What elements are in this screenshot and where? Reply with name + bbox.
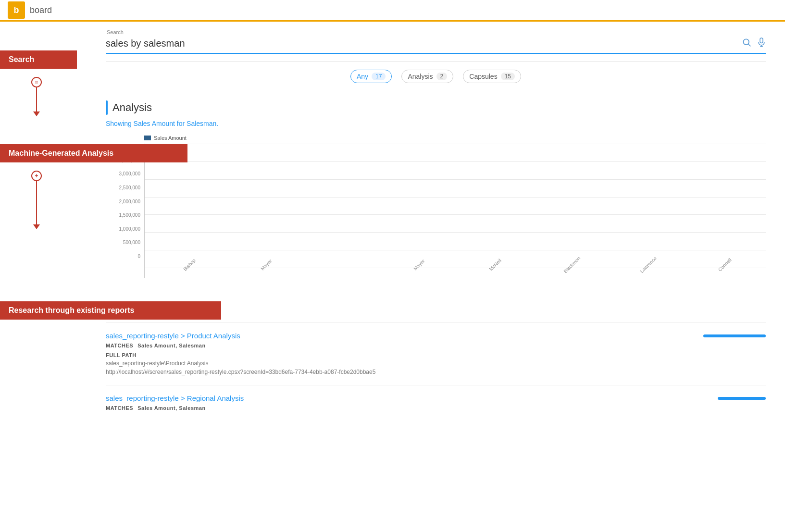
capsules-section: Capsules sales_reporting-restyle > Produ… [106,303,766,422]
tab-any-label: Any [357,73,368,80]
capsule-title-2: sales_reporting-restyle > Regional Analy… [106,394,766,402]
bar-label-mcneil: McNeil [488,258,502,272]
bar-label-mayer1: Mayer [260,258,273,271]
bar-col-bishop: Bishop [164,260,212,268]
tab-analysis-count: 2 [436,73,448,80]
tab-capsules-label: Capsules [469,73,497,80]
analysis-section-title: Analysis [112,101,152,114]
chart-inner: 4,000,000 3,500,000 3,000,000 2,500,000 … [106,144,766,278]
tab-analysis[interactable]: Analysis 2 [401,70,453,83]
capsule-title-1: sales_reporting-restyle > Product Analys… [106,332,766,340]
chart-container: Sales Amount 4,000,000 3,500,000 3,000,0… [106,135,766,289]
bar-label-connell: Connell [717,257,732,272]
voice-search-button[interactable] [757,37,766,50]
path-line2-1[interactable]: http://localhost/#/screen/sales_reportin… [106,368,766,376]
search-button[interactable] [742,37,751,49]
filter-tabs: Any 17 Analysis 2 Capsules 15 [106,62,766,91]
research-annotation: Research through existing reports [0,301,221,320]
logo-letter: b [14,5,19,15]
bar-col-mcneil: McNeil [470,260,518,268]
svg-point-0 [743,39,749,45]
analysis-section-header: Analysis [106,100,766,115]
logo-text: board [30,5,52,15]
right-content: Search [96,22,785,532]
tab-capsules[interactable]: Capsules 15 [463,70,521,83]
analysis-subtitle: Showing Sales Amount for Salesman. [106,120,766,127]
tab-capsules-count: 15 [501,73,515,80]
arrow-2: + [31,171,42,229]
capsule-item-1: sales_reporting-restyle > Product Analys… [106,322,766,385]
bar-label-mayer2: Mayer [412,258,425,271]
y-axis: 4,000,000 3,500,000 3,000,000 2,500,000 … [106,144,144,269]
capsule-title-text-2[interactable]: sales_reporting-restyle > Regional Analy… [106,394,244,402]
arrow-1: = [31,77,42,116]
search-icon [742,37,751,47]
tab-any-count: 17 [372,73,386,80]
fullpath-label-1: FULL PATH [106,352,766,358]
bar-col-unknown [317,265,365,268]
search-input[interactable] [106,38,742,49]
search-input-row [106,37,766,54]
arrow-tip-2 [33,224,40,229]
matches-label-2: MATCHES [106,405,133,411]
matches-label-1: MATCHES [106,343,133,348]
legend-label: Sales Amount [154,135,187,141]
matches-value-2: Sales Amount, Salesman [137,405,205,411]
section-bar [106,100,108,115]
arrow-tip-1 [33,111,40,116]
chart-legend: Sales Amount [144,135,766,141]
left-sidebar: Search = Machine-Generated Analysis + Re… [0,22,96,532]
logo-box: b [8,1,25,19]
bar-label-lawrence: Lawrence [639,256,657,274]
arrow-line-2 [36,181,37,224]
capsule-matches-1: MATCHES Sales Amount, Salesman [106,343,766,348]
search-annotation: Search [0,50,77,69]
bar-col-connell: Connell [699,260,747,268]
machine-analysis-annotation: Machine-Generated Analysis [0,144,187,162]
capsule-bar-1 [703,334,766,337]
capsule-title-text-1[interactable]: sales_reporting-restyle > Product Analys… [106,332,240,340]
arrow-line-1 [36,87,37,111]
bar-label-bishop: Bishop [183,258,197,272]
tab-analysis-label: Analysis [408,73,433,80]
tab-any[interactable]: Any 17 [350,70,392,83]
svg-line-1 [748,44,751,47]
bar-col-blackmon: Blackmon [546,260,594,268]
bar-col-mayer2: Mayer [393,260,441,268]
plus-icon: + [31,171,42,181]
path-line1-1: sales_reporting-restyle\Product Analysis [106,359,766,368]
search-icons [742,37,766,50]
legend-color-box [144,136,151,140]
bar-col-lawrence: Lawrence [623,260,671,268]
capsule-bar-2 [718,397,766,400]
matches-value-1: Sales Amount, Salesman [137,343,205,348]
chart-plot: Bishop Mayer Mayer [144,144,766,278]
bar-col-mayer1: Mayer [240,260,288,268]
capsule-matches-2: MATCHES Sales Amount, Salesman [106,405,766,411]
bars-row: Bishop Mayer Mayer [145,144,766,268]
bar-label-blackmon: Blackmon [562,255,581,274]
equals-icon: = [31,77,42,87]
capsule-item-2: sales_reporting-restyle > Regional Analy… [106,385,766,422]
svg-rect-2 [760,38,763,43]
capsule-path-1: sales_reporting-restyle\Product Analysis… [106,359,766,376]
main-layout: Search = Machine-Generated Analysis + Re… [0,22,785,532]
microphone-icon [757,37,766,48]
search-area: Search [106,22,766,62]
search-label: Search [107,29,766,35]
top-bar: b board [0,0,785,22]
